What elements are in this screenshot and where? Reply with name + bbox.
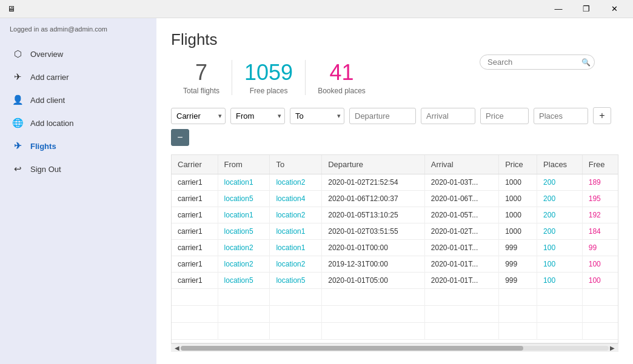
table-row[interactable]: carrier1 location2 location1 2020-01-01T… [172,240,618,256]
table-header-row: Carrier From To Departure Arrival Price … [172,155,618,174]
cell-empty [218,289,270,306]
total-flights-number: 7 [183,60,219,85]
table-row[interactable]: carrier1 location1 location2 2020-01-02T… [172,174,618,191]
cell-places: 100 [537,240,583,256]
cell-empty [537,289,583,306]
sidebar: Logged in as admin@admin.com ⬡ Overview … [0,0,156,364]
cell-departure: 2020-01-05T13:10:25 [322,207,425,223]
cell-free: 100 [582,273,618,289]
cell-empty [270,289,322,306]
cell-arrival: 2020-01-03T... [424,174,498,191]
sidebar-item-add-client[interactable]: 👤 Add client [0,88,156,111]
cell-empty [322,323,425,340]
close-button[interactable]: ✕ [600,0,628,18]
cell-empty [582,323,618,340]
scroll-left-arrow[interactable]: ◀ [173,345,181,351]
cell-departure: 2020-01-02T03:51:55 [322,223,425,240]
table-row[interactable]: carrier1 location2 location2 2019-12-31T… [172,256,618,273]
cell-empty [424,306,498,323]
arrival-filter[interactable] [421,108,475,124]
from-filter[interactable]: From [230,108,285,124]
user-label: Logged in as admin@admin.com [0,18,156,42]
cell-places: 100 [537,256,583,273]
departure-filter[interactable] [349,108,416,124]
col-free: Free [582,155,618,174]
stat-booked-places: 41 Booked places [306,60,378,95]
cell-from: location2 [218,240,270,256]
add-carrier-icon: ✈ [12,71,23,82]
cell-departure: 2020-01-01T05:00 [322,273,425,289]
cell-empty [172,306,218,323]
to-filter[interactable]: To [290,108,344,124]
cell-empty [582,289,618,306]
cell-to: location5 [270,273,322,289]
cell-places: 200 [537,191,583,207]
table-row[interactable]: carrier1 location5 location5 2020-01-01T… [172,273,618,289]
table-row[interactable]: carrier1 location1 location2 2020-01-05T… [172,207,618,223]
cell-from: location1 [218,207,270,223]
carrier-filter[interactable]: Carrier [171,108,226,124]
flights-icon: ✈ [12,141,23,151]
sidebar-item-add-location[interactable]: 🌐 Add location [0,111,156,134]
cell-empty [537,323,583,340]
col-arrival: Arrival [424,155,498,174]
minimize-button[interactable]: — [544,0,572,18]
flights-table-wrap: Carrier From To Departure Arrival Price … [171,154,618,343]
cell-from: location5 [218,191,270,207]
restore-button[interactable]: ❐ [572,0,600,18]
cell-free: 99 [582,240,618,256]
sidebar-item-sign-out[interactable]: ↩ Sign Out [0,157,156,180]
sidebar-item-overview[interactable]: ⬡ Overview [0,42,156,65]
search-bar: 🔍 [480,55,604,70]
search-input[interactable] [480,55,595,70]
cell-places: 200 [537,174,583,191]
sign-out-icon: ↩ [12,164,23,174]
cell-places: 100 [537,273,583,289]
table-row[interactable]: carrier1 location5 location4 2020-01-06T… [172,191,618,207]
col-to: To [270,155,322,174]
cell-empty [218,306,270,323]
remove-filter-button[interactable]: − [171,129,189,146]
scrollbar-track[interactable] [181,346,609,351]
stat-free-places: 1059 Free places [232,60,306,95]
col-from: From [218,155,270,174]
cell-price: 1000 [499,223,537,240]
cell-from: location5 [218,223,270,240]
horizontal-scrollbar[interactable]: ◀ ▶ [171,343,618,352]
table-row-empty [172,306,618,323]
cell-empty [537,306,583,323]
app-icon: 🖥 [7,4,17,14]
sidebar-item-label: Sign Out [30,165,61,174]
cell-to: location2 [270,207,322,223]
sidebar-item-label: Add carrier [30,73,69,82]
col-departure: Departure [322,155,425,174]
cell-to: location2 [270,256,322,273]
cell-empty [424,323,498,340]
table-row[interactable]: carrier1 location5 location1 2020-01-02T… [172,223,618,240]
sidebar-item-label: Flights [30,142,56,151]
col-price: Price [499,155,537,174]
cell-departure: 2019-12-31T00:00 [322,256,425,273]
cell-from: location1 [218,174,270,191]
cell-carrier: carrier1 [172,191,218,207]
places-filter[interactable] [534,108,588,124]
sidebar-item-label: Add client [30,96,65,105]
scroll-right-arrow[interactable]: ▶ [609,345,616,351]
to-filter-wrap: To [290,108,344,124]
cell-free: 192 [582,207,618,223]
cell-carrier: carrier1 [172,273,218,289]
cell-empty [582,306,618,323]
cell-arrival: 2020-01-01T... [424,273,498,289]
cell-price: 999 [499,273,537,289]
add-filter-button[interactable]: + [593,107,611,124]
scrollbar-thumb[interactable] [181,346,523,351]
sidebar-item-flights[interactable]: ✈ Flights [0,134,156,157]
cell-empty [172,289,218,306]
cell-price: 1000 [499,174,537,191]
cell-arrival: 2020-01-01T... [424,240,498,256]
sidebar-item-add-carrier[interactable]: ✈ Add carrier [0,65,156,88]
price-filter[interactable] [480,108,529,124]
total-flights-label: Total flights [183,87,219,95]
add-client-icon: 👤 [12,94,23,105]
cell-from: location5 [218,273,270,289]
